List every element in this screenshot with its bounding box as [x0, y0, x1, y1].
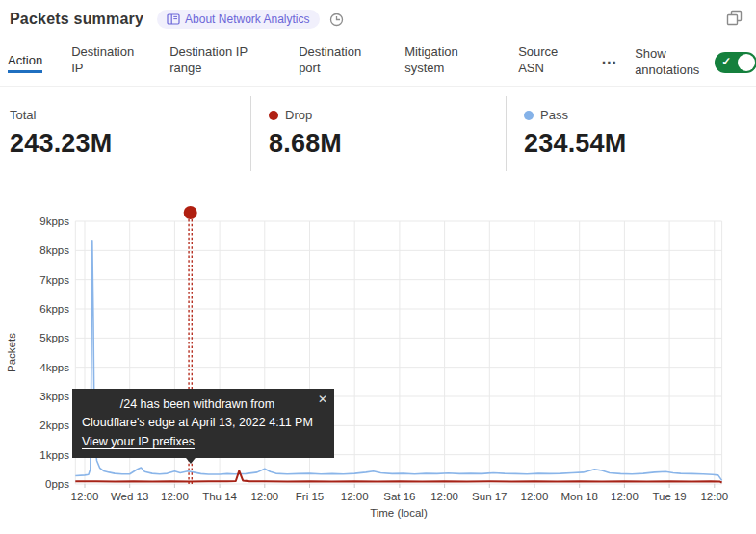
- x-tick-label: 12:00: [700, 491, 728, 502]
- x-tick-label: 12:00: [521, 491, 549, 502]
- x-tick-label: 12:00: [250, 491, 278, 502]
- x-tick-label: Wed 13: [111, 491, 148, 502]
- y-tick-label: 1kpps: [39, 449, 69, 461]
- x-tick-label: Tue 19: [652, 491, 686, 502]
- y-tick-label: 4kpps: [39, 362, 69, 373]
- x-tick-label: 12:00: [430, 491, 458, 502]
- packets-summary-card: Packets summary About Network Analytics: [0, 0, 756, 534]
- y-tick-label: 5kpps: [39, 332, 69, 343]
- y-tick-label: 6kpps: [39, 303, 69, 315]
- y-tick-label: 8kpps: [39, 244, 69, 256]
- annotation-marker-dot[interactable]: [184, 206, 197, 219]
- y-axis-title: Packets: [6, 333, 17, 372]
- y-tick-label: 2kpps: [39, 420, 69, 431]
- y-tick-label: 0pps: [45, 478, 69, 490]
- x-axis-title: Time (local): [370, 507, 428, 519]
- tooltip-line2: Cloudflare's edge at April 13, 2022 4:11…: [82, 414, 313, 432]
- y-tick-label: 9kpps: [39, 216, 69, 227]
- tooltip-close-icon[interactable]: ✕: [318, 394, 327, 405]
- x-tick-label: 12:00: [71, 491, 99, 502]
- tooltip-caret: [182, 453, 199, 464]
- x-tick-label: 12:00: [611, 491, 639, 502]
- x-tick-label: Fri 15: [296, 491, 324, 502]
- x-tick-label: 12:00: [161, 491, 189, 502]
- tooltip-line1: /24 has been withdrawn from: [82, 395, 313, 414]
- y-tick-label: 3kpps: [39, 391, 69, 402]
- annotation-tooltip: ✕ /24 has been withdrawn from Cloudflare…: [72, 389, 334, 458]
- x-tick-label: Thu 14: [202, 491, 237, 502]
- x-tick-label: Sun 17: [472, 491, 507, 502]
- view-ip-prefixes-link[interactable]: View your IP prefixes: [82, 433, 195, 451]
- x-tick-label: Sat 16: [383, 491, 415, 502]
- x-tick-label: 12:00: [341, 491, 369, 502]
- y-tick-label: 7kpps: [39, 274, 69, 286]
- x-tick-label: Mon 18: [561, 491, 598, 502]
